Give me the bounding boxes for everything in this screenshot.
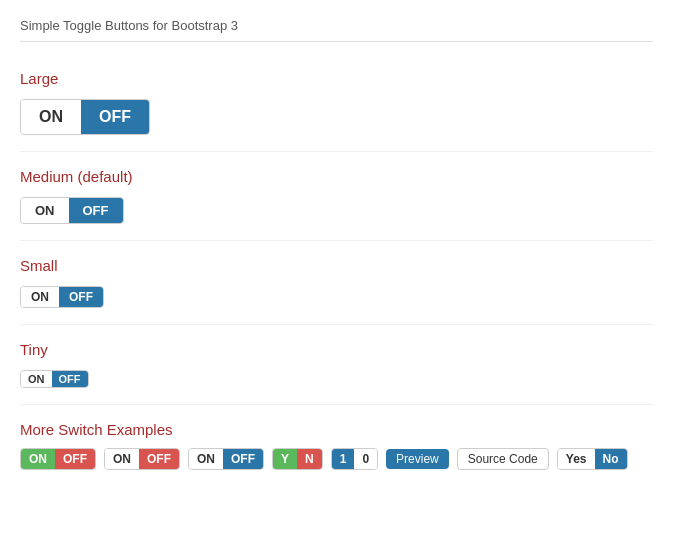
small-off-button[interactable]: OFF (59, 287, 103, 307)
small-toggle-group: ON OFF (20, 286, 104, 308)
yes-button[interactable]: Yes (558, 449, 595, 469)
tiny-section: Tiny ON OFF (20, 329, 653, 405)
large-toggle-group: ON OFF (20, 99, 150, 135)
medium-section: Medium (default) ON OFF (20, 156, 653, 241)
large-label: Large (20, 70, 653, 87)
white-red-on-button[interactable]: ON (105, 449, 139, 469)
small-on-button[interactable]: ON (21, 287, 59, 307)
num-1-button[interactable]: 1 (332, 449, 355, 469)
medium-off-button[interactable]: OFF (69, 198, 123, 223)
yn-y-button[interactable]: Y (273, 449, 297, 469)
preview-button[interactable]: Preview (386, 449, 449, 469)
green-red-on-button[interactable]: ON (21, 449, 55, 469)
page-title: Simple Toggle Buttons for Bootstrap 3 (20, 10, 653, 42)
num-toggle-group: 1 0 (331, 448, 378, 470)
small-section: Small ON OFF (20, 245, 653, 325)
more-label: More Switch Examples (20, 421, 653, 438)
examples-row: ON OFF ON OFF ON OFF Y N 1 0 Preview Sou… (20, 448, 653, 470)
green-red-off-button[interactable]: OFF (55, 449, 95, 469)
no-button[interactable]: No (595, 449, 627, 469)
green-red-toggle-group: ON OFF (20, 448, 96, 470)
tiny-off-button[interactable]: OFF (52, 371, 88, 387)
source-code-button[interactable]: Source Code (457, 448, 549, 470)
tiny-toggle-group: ON OFF (20, 370, 89, 388)
more-section: More Switch Examples ON OFF ON OFF ON OF… (20, 409, 653, 478)
tiny-on-button[interactable]: ON (21, 371, 52, 387)
white-red-toggle-group: ON OFF (104, 448, 180, 470)
white-red-off-button[interactable]: OFF (139, 449, 179, 469)
medium-label: Medium (default) (20, 168, 653, 185)
yn-n-button[interactable]: N (297, 449, 322, 469)
yn-toggle-group: Y N (272, 448, 323, 470)
white-blue-on-button[interactable]: ON (189, 449, 223, 469)
yes-no-toggle-group: Yes No (557, 448, 628, 470)
medium-toggle-group: ON OFF (20, 197, 124, 224)
num-0-button[interactable]: 0 (354, 449, 377, 469)
tiny-label: Tiny (20, 341, 653, 358)
medium-on-button[interactable]: ON (21, 198, 69, 223)
large-off-button[interactable]: OFF (81, 100, 149, 134)
white-blue-toggle-group: ON OFF (188, 448, 264, 470)
large-section: Large ON OFF (20, 58, 653, 152)
large-on-button[interactable]: ON (21, 100, 81, 134)
white-blue-off-button[interactable]: OFF (223, 449, 263, 469)
small-label: Small (20, 257, 653, 274)
